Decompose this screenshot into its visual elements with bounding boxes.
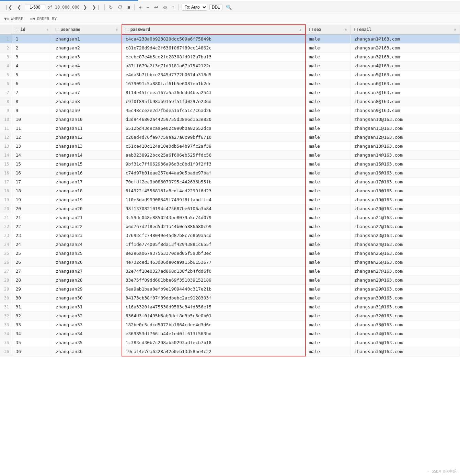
col-header-username[interactable]: username ⇵ xyxy=(52,25,122,34)
row-number: 18 xyxy=(0,186,12,195)
table-row[interactable]: 88zhangsan8c9f0f895fb98ab9159f51fd0297e2… xyxy=(0,97,460,106)
table-row[interactable]: 2222zhangsan22b6d767d2f8ed5d21a44b0e5886… xyxy=(0,222,460,231)
table-row[interactable]: 1616zhangsan16c74d97b01eae257e44aa9d5bad… xyxy=(0,169,460,178)
col-header-id[interactable]: id ⇵ xyxy=(12,25,52,34)
watermark: - GSDN @何中乐 xyxy=(427,469,457,474)
table-row[interactable]: 3030zhangsan3034173cb38f07f89ddbebc2ac91… xyxy=(0,294,460,303)
table-row[interactable]: 2323zhangsan2337693cfc748049e45d87b8c7d8… xyxy=(0,231,460,240)
cell-password: aab3238922bcc25a6f606eb525ffdc56 xyxy=(122,151,306,160)
table-row[interactable]: 2424zhangsan241ff1de774005f8da13f4294388… xyxy=(0,240,460,249)
ddl-button[interactable]: DDL xyxy=(209,4,222,10)
refresh-button[interactable]: ↻ xyxy=(107,4,114,11)
table-row[interactable]: 2828zhangsan2833e75ff09dd601bbe69f351039… xyxy=(0,276,460,285)
cell-sex: male xyxy=(306,115,351,124)
sex-col-icon xyxy=(309,28,313,31)
table-row[interactable]: 77zhangsan78f14e45fceea167a5a36dedd4bea2… xyxy=(0,88,460,97)
table-row[interactable]: 2525zhangsan258e296a067a37563370ded05f5a… xyxy=(0,249,460,258)
table-row[interactable]: 44zhangsan4a87ff679a2f3e71d9181a67b75421… xyxy=(0,61,460,70)
cell-email: zhangsan25@163.com xyxy=(351,249,460,258)
cell-sex: male xyxy=(306,320,351,329)
table-row[interactable]: 2121zhangsan213c59dc048e8850243be8079a5c… xyxy=(0,213,460,222)
cell-sex: male xyxy=(306,311,351,320)
cell-email: zhangsan6@163.com xyxy=(351,79,460,88)
cell-email: zhangsan34@163.com xyxy=(351,329,460,338)
table-row[interactable]: 1717zhangsan1770efdf2ec9b086079795c44263… xyxy=(0,178,460,186)
row-number: 29 xyxy=(0,285,12,294)
cell-email: zhangsan30@163.com xyxy=(351,294,460,303)
history-button[interactable]: ⏱ xyxy=(116,4,124,11)
cell-email: zhangsan12@163.com xyxy=(351,133,460,142)
table-row[interactable]: 33zhangsan3eccbc87e4b5ce2fe28308fd9f2a7b… xyxy=(0,53,460,61)
separator-1 xyxy=(104,4,105,10)
cell-email: zhangsan18@163.com xyxy=(351,186,460,195)
cell-sex: male xyxy=(306,169,351,178)
table-row[interactable]: 2929zhangsan296ea9ab1baa0efb9e19094440c3… xyxy=(0,285,460,294)
cell-id: 35 xyxy=(12,338,52,347)
table-row[interactable]: 1818zhangsan186f4922f45568161a8cdf4ad229… xyxy=(0,186,460,195)
cell-username: zhangsan10 xyxy=(52,115,122,124)
table-row[interactable]: 1010zhangsan10d3d9446802a44259755d38e6d1… xyxy=(0,115,460,124)
cell-sex: male xyxy=(306,133,351,142)
table-row[interactable]: 2020zhangsan2098f13708210194c475687be610… xyxy=(0,204,460,213)
table-row[interactable]: 3131zhangsan31c16a5320fa475530d9583c34fd… xyxy=(0,303,460,311)
table-row[interactable]: 3535zhangsan351c383cd30b7c298ab50293adfe… xyxy=(0,338,460,347)
row-number: 14 xyxy=(0,151,12,160)
cell-password: e369853df766fa44e1ed0ff613f563bd xyxy=(122,329,306,338)
cell-id: 21 xyxy=(12,213,52,222)
tx-select[interactable]: Tx: Auto xyxy=(182,4,207,11)
remove-row-button[interactable]: − xyxy=(145,4,151,11)
col-header-password[interactable]: password ⇵ xyxy=(122,25,306,34)
cell-username: zhangsan30 xyxy=(52,294,122,303)
cell-sex: male xyxy=(306,106,351,115)
cell-username: zhangsan31 xyxy=(52,303,122,311)
table-row[interactable]: 99zhangsan945c48cce2e2d7fbdea1afc51c7c6a… xyxy=(0,106,460,115)
cell-password: d3d9446802a44259755d38e6d163e820 xyxy=(122,115,306,124)
table-row[interactable]: 3232zhangsan326364d3f0f495b6ab9dcf8d3b5c… xyxy=(0,311,460,320)
cell-username: zhangsan1 xyxy=(52,34,122,44)
cell-password: a87ff679a2f3e71d9181a67b7542122c xyxy=(122,61,306,70)
nav-prev-button[interactable]: ❮ xyxy=(16,4,23,11)
table-row[interactable]: 1212zhangsan12c20ad4d76fe97759aa27a0c99b… xyxy=(0,133,460,142)
table-row[interactable]: 66zhangsan61679091c5a880faf6fb5e6087eb1b… xyxy=(0,79,460,88)
where-filter[interactable]: ▼≡ WHERE xyxy=(4,16,23,21)
cell-username: zhangsan34 xyxy=(52,329,122,338)
cell-password: 02e74f10e0327ad868d138f2b4fdd6f0 xyxy=(122,267,306,276)
col-username-label: username xyxy=(60,27,80,32)
undo-button[interactable]: ↩ xyxy=(153,4,160,11)
filter-button[interactable]: ⊘ xyxy=(162,4,169,11)
pagination-input[interactable] xyxy=(25,4,45,10)
table-row[interactable]: 3434zhangsan34e369853df766fa44e1ed0ff613… xyxy=(0,329,460,338)
cell-email: zhangsan29@163.com xyxy=(351,285,460,294)
col-id-label: id xyxy=(21,27,25,32)
upload-button[interactable]: ↑ xyxy=(171,4,176,11)
nav-first-button[interactable]: ❘❮ xyxy=(3,4,14,11)
add-row-button[interactable]: + xyxy=(137,4,143,11)
nav-last-button[interactable]: ❯❘ xyxy=(91,4,102,11)
table-row[interactable]: 1919zhangsan191f0e3dad99908345f7439f8ffa… xyxy=(0,195,460,204)
table-row[interactable]: 1313zhangsan13c51ce410c124a10e0db5e4b97f… xyxy=(0,142,460,151)
cell-id: 2 xyxy=(12,44,52,53)
cell-password: 70efdf2ec9b086079795c442636b55fb xyxy=(122,178,306,186)
cell-email: zhangsan7@163.com xyxy=(351,88,460,97)
cell-username: zhangsan9 xyxy=(52,106,122,115)
stop-button[interactable]: ■ xyxy=(126,4,131,11)
col-header-sex[interactable]: sex ⇵ xyxy=(306,25,351,34)
table-row[interactable]: 3636zhangsan3619ca14e7ea6328a42e0eb13d58… xyxy=(0,347,460,356)
orderby-filter[interactable]: ≡▼ ORDER BY xyxy=(30,16,57,21)
cell-username: zhangsan19 xyxy=(52,195,122,204)
table-row[interactable]: 3333zhangsan33182be0c5cdcd5072bb1864cdee… xyxy=(0,320,460,329)
cell-password: 34173cb38f07f89ddbebc2ac9128303f xyxy=(122,294,306,303)
row-number: 31 xyxy=(0,303,12,311)
table-row[interactable]: 1111zhangsan116512bd43d9caa6e02c990b0a82… xyxy=(0,124,460,133)
table-row[interactable]: 2727zhangsan2702e74f10e0327ad868d138f2b4… xyxy=(0,267,460,276)
col-header-email[interactable]: email ⇵ xyxy=(351,25,460,34)
search-button[interactable]: 🔍 xyxy=(225,4,233,11)
nav-next-button[interactable]: ❯ xyxy=(82,4,89,11)
table-row[interactable]: 2626zhangsan264e732ced3463d06de0ca9a15b6… xyxy=(0,258,460,267)
table-row[interactable]: 22zhangsan2c81e728d9d4c2f636f067f89cc148… xyxy=(0,44,460,53)
cell-password: c9f0f895fb98ab9159f51fd0297e236d xyxy=(122,97,306,106)
table-row[interactable]: 55zhangsan5e4da3b7fbbce2345d7772b0674a31… xyxy=(0,70,460,79)
table-row[interactable]: 1515zhangsan159bf31c7ff062936a96d3c8bd1f… xyxy=(0,160,460,169)
table-row[interactable]: 11zhangsan1c4ca4238a0b923820dcc509a6f758… xyxy=(0,34,460,44)
table-row[interactable]: 1414zhangsan14aab3238922bcc25a6f606eb525… xyxy=(0,151,460,160)
